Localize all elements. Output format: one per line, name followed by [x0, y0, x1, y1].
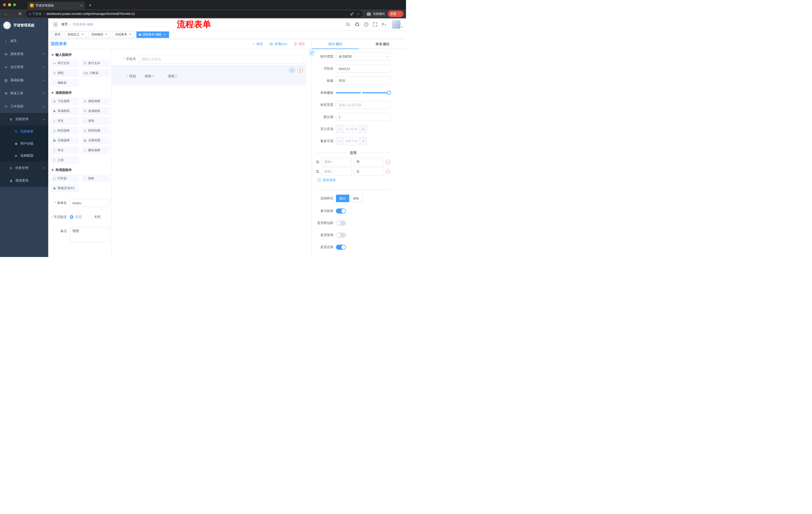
link-icon[interactable] [309, 50, 315, 56]
segment-button[interactable]: 按钮 [349, 195, 363, 202]
palette-component[interactable]: ☰ 多行文本 [81, 60, 110, 67]
toggle-switch[interactable] [336, 209, 346, 214]
palette-component[interactable]: ⊙ 密码 [51, 70, 79, 77]
toggle-switch[interactable] [336, 220, 346, 225]
address-bar[interactable]: ⚠ 不安全 dashboard.yudao.iocoder.cn/bpm/man… [26, 10, 363, 17]
remove-option-icon[interactable] [386, 160, 390, 164]
title-input[interactable] [336, 77, 390, 85]
save-button[interactable]: 保存 [252, 42, 263, 46]
phone-input[interactable] [139, 55, 303, 64]
tag-close-icon[interactable] [105, 33, 108, 36]
palette-component[interactable]: ▭ 单行文本 [51, 60, 79, 67]
palette-component[interactable]: ◉ 单选框组 [51, 107, 79, 115]
palette-component[interactable]: 123 计数器 [81, 70, 110, 77]
sidebar-menu-item[interactable]: ☷ 工作流程 ▴ [0, 100, 48, 113]
search-icon[interactable] [345, 22, 351, 27]
sidebar-menu-item[interactable]: ➤ 流程模型 [0, 150, 48, 162]
palette-component[interactable]: ⋔ 级联选择 [81, 98, 110, 105]
view-json-button[interactable]: 查看json [269, 42, 287, 46]
app-logo[interactable]: 芋道管理系统 [0, 18, 48, 32]
sidebar-menu-item[interactable]: ✎ 流程表单 [0, 126, 48, 138]
sidebar-menu-item[interactable]: ▤ 基础设施 ▾ [0, 74, 48, 87]
palette-component[interactable]: ◷ 时间选择 [51, 127, 79, 134]
stepper-plus-icon[interactable] [359, 137, 367, 145]
window-zoom-button[interactable] [13, 3, 16, 6]
max-select-stepper[interactable]: 最多可选 [336, 137, 367, 145]
tag-close-icon[interactable] [81, 33, 84, 36]
fullscreen-icon[interactable] [372, 22, 378, 27]
palette-component[interactable]: ◎ 下拉选择 [51, 98, 79, 105]
browser-update-button[interactable]: 更新 ⋮ [388, 10, 404, 17]
bookmark-star-icon[interactable]: ☆ [356, 12, 360, 16]
sidebar-menu-item[interactable]: ⋔ 任务管理 ▾ [0, 162, 48, 174]
clear-button[interactable]: 清空 [294, 42, 305, 46]
stepper-plus-icon[interactable] [359, 125, 367, 133]
help-icon[interactable]: ? [363, 22, 369, 27]
form-remark-textarea[interactable]: 嘿嘿 [70, 227, 109, 242]
remove-option-icon[interactable] [386, 169, 390, 174]
drag-handle-icon[interactable] [316, 160, 319, 164]
palette-component[interactable]: ☑ 多选框组 [81, 107, 110, 115]
segment-default[interactable]: 默认 [336, 195, 349, 202]
palette-component[interactable]: ▦ 日期选择 [51, 137, 79, 144]
tag[interactable]: 流程模型 [89, 31, 111, 38]
palette-component[interactable]: ↔ 滑块 [81, 117, 110, 125]
tag-close-icon[interactable] [163, 33, 167, 36]
checkbox-option-2[interactable]: 选项二 [162, 74, 178, 78]
min-select-stepper[interactable]: 至少应选 [336, 125, 367, 133]
delete-component-icon[interactable] [297, 67, 303, 73]
palette-component[interactable]: ▤ 日期范围 [81, 137, 110, 144]
tag[interactable]: 流程定义 [65, 31, 87, 38]
palette-component[interactable]: ▢ 行容器 [51, 175, 79, 182]
palette-component[interactable]: 编辑器 [51, 79, 79, 86]
palette-component[interactable]: ☝ 按钮 [81, 175, 110, 182]
palette-component[interactable]: ⇧ 上传 [51, 156, 79, 164]
slider-handle[interactable] [387, 91, 391, 95]
toolbar-caret-icon[interactable]: ▾ [391, 14, 392, 17]
status-radio-off[interactable]: 关闭 [89, 215, 100, 219]
sidebar-menu-item[interactable]: ≣ 流程管理 ▴ [0, 113, 48, 126]
kebab-menu-icon[interactable]: ⋮ [398, 12, 401, 16]
toggle-switch[interactable] [336, 245, 346, 250]
user-avatar[interactable]: ▾ [392, 20, 403, 29]
forward-icon[interactable]: → [9, 10, 17, 17]
window-minimize-button[interactable] [8, 3, 11, 6]
breadcrumb-home[interactable]: 首页 [61, 22, 68, 27]
tab-form-props[interactable]: 表单属性 [359, 39, 406, 49]
hamburger-icon[interactable] [51, 23, 60, 26]
min-select-placeholder[interactable]: 至少应选 [344, 125, 359, 133]
canvas-field-gender[interactable]: 性别 选项一 选项二 [112, 74, 307, 78]
option-label-input[interactable] [321, 158, 352, 166]
sidebar-menu-item[interactable]: ♟ 请假查询 [0, 174, 48, 187]
tag[interactable]: 流程表单 [113, 31, 135, 38]
palette-component[interactable]: ▦ 表格[开发中] [51, 185, 79, 192]
form-name-input[interactable] [70, 199, 109, 207]
add-option-button[interactable]: 添加选项 [317, 178, 390, 183]
field-name-input[interactable] [336, 64, 390, 73]
tag[interactable]: 流程表单-编辑 [137, 31, 169, 38]
canvas-field-phone[interactable]: 手机号 [112, 55, 307, 64]
form-canvas[interactable]: 手机号 [112, 49, 312, 257]
option-label-input[interactable] [321, 167, 352, 175]
password-key-icon[interactable] [350, 12, 354, 16]
max-select-placeholder[interactable]: 最多可选 [344, 137, 359, 145]
palette-component[interactable]: ◴ 时间范围 [81, 127, 110, 134]
reload-icon[interactable]: ↻ [17, 10, 24, 17]
label-width-input[interactable] [336, 101, 390, 109]
sidebar-menu-item[interactable]: ☻ 用户分组 [0, 138, 48, 150]
palette-component[interactable]: ☆ 评分 [51, 146, 79, 154]
font-size-icon[interactable]: TT [381, 22, 387, 27]
grid-slider[interactable] [336, 89, 390, 97]
tab-close-icon[interactable]: × [80, 3, 82, 7]
tag-close-icon[interactable] [128, 33, 132, 36]
default-value-input[interactable] [336, 113, 390, 121]
checkbox-option-1[interactable]: 选项一 [139, 74, 154, 78]
tag[interactable]: 首页 [52, 31, 63, 38]
drag-handle-icon[interactable] [316, 170, 319, 173]
browser-tab[interactable]: 芋道管理系统 × [28, 2, 85, 9]
option-value-input[interactable] [354, 167, 384, 175]
stepper-minus-icon[interactable] [336, 125, 344, 133]
palette-component[interactable]: ◐ 开关 [51, 117, 79, 125]
github-icon[interactable] [354, 22, 360, 27]
status-radio-on[interactable]: 开启 [70, 215, 82, 219]
